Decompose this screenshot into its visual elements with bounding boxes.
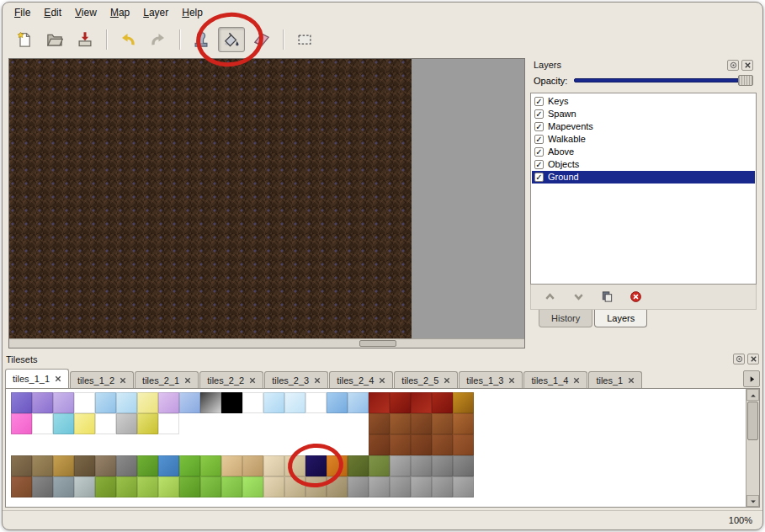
- tileset-tab-tiles_2_3[interactable]: tiles_2_3: [264, 371, 328, 388]
- tileset-tab-tiles_2_5[interactable]: tiles_2_5: [394, 371, 458, 388]
- tileset-tile[interactable]: [158, 455, 179, 476]
- tileset-tile[interactable]: [137, 392, 158, 413]
- tileset-tile[interactable]: [95, 476, 116, 497]
- tab-close-icon[interactable]: [508, 377, 515, 384]
- select-tool-button[interactable]: [291, 27, 318, 52]
- layers-panel-close-button[interactable]: [741, 60, 753, 71]
- tileset-tab-tiles_1_3[interactable]: tiles_1_3: [459, 371, 523, 388]
- save-button[interactable]: [72, 27, 98, 52]
- tileset-tab-tiles_1_2[interactable]: tiles_1_2: [70, 371, 134, 388]
- tileset-tile[interactable]: [263, 392, 284, 413]
- tileset-tile[interactable]: [390, 434, 411, 455]
- map-hscrollbar-thumb[interactable]: [359, 340, 396, 347]
- tileset-tile[interactable]: [369, 455, 390, 476]
- layer-visibility-checkbox[interactable]: ✓: [534, 122, 544, 131]
- tileset-tile[interactable]: [327, 392, 348, 413]
- tileset-tile[interactable]: [32, 455, 53, 476]
- tileset-tile[interactable]: [242, 455, 263, 476]
- tileset-tile[interactable]: [242, 476, 263, 497]
- layer-visibility-checkbox[interactable]: ✓: [534, 160, 544, 169]
- tileset-tab-tiles_2_2[interactable]: tiles_2_2: [199, 371, 263, 388]
- tileset-tile[interactable]: [11, 392, 32, 413]
- opacity-slider-track[interactable]: [574, 78, 753, 82]
- tab-close-icon[interactable]: [249, 377, 256, 384]
- tileset-tile[interactable]: [95, 413, 116, 434]
- tab-close-icon[interactable]: [55, 375, 61, 382]
- tileset-tile[interactable]: [453, 392, 474, 413]
- tileset-tile[interactable]: [453, 413, 474, 434]
- tileset-tile[interactable]: [305, 392, 327, 413]
- layer-visibility-checkbox[interactable]: ✓: [534, 109, 544, 119]
- tileset-tile[interactable]: [116, 476, 137, 497]
- map-viewport[interactable]: [9, 59, 524, 338]
- menu-view[interactable]: View: [68, 4, 104, 21]
- tileset-tile[interactable]: [74, 413, 95, 434]
- tileset-tile[interactable]: [11, 476, 32, 497]
- tileset-tile[interactable]: [200, 455, 221, 476]
- tileset-tab-tiles_1_4[interactable]: tiles_1_4: [523, 371, 587, 388]
- tileset-vscrollbar[interactable]: [746, 389, 759, 507]
- tileset-tile[interactable]: [53, 413, 74, 434]
- tileset-tile[interactable]: [263, 455, 284, 476]
- tileset-tile[interactable]: [369, 392, 390, 413]
- tileset-tile[interactable]: [390, 476, 411, 497]
- tilesets-panel-close-button[interactable]: [747, 354, 759, 364]
- tileset-tab-tiles_1[interactable]: tiles_1: [588, 371, 642, 388]
- tileset-tile[interactable]: [137, 476, 158, 497]
- tileset-tile[interactable]: [200, 476, 221, 497]
- tileset-tile[interactable]: [53, 392, 74, 413]
- tileset-tile[interactable]: [390, 413, 411, 434]
- tileset-tile[interactable]: [11, 455, 32, 476]
- tileset-tile[interactable]: [284, 455, 305, 476]
- layer-visibility-checkbox[interactable]: ✓: [534, 173, 544, 182]
- tileset-tile[interactable]: [137, 413, 158, 434]
- tileset-tab-tiles_2_1[interactable]: tiles_2_1: [135, 371, 199, 388]
- layer-row-ground[interactable]: ✓Ground: [532, 171, 755, 184]
- tileset-tile[interactable]: [179, 455, 200, 476]
- tileset-tile[interactable]: [432, 413, 453, 434]
- tileset-tabs-scroll-right-button[interactable]: [743, 370, 760, 387]
- layer-visibility-checkbox[interactable]: ✓: [534, 135, 544, 144]
- tab-close-icon[interactable]: [628, 377, 635, 384]
- tileset-tile[interactable]: [95, 455, 116, 476]
- tileset-tile[interactable]: [32, 476, 53, 497]
- tileset-tile[interactable]: [11, 413, 32, 434]
- tileset-tile[interactable]: [390, 455, 411, 476]
- tileset-tile[interactable]: [32, 413, 53, 434]
- menu-help[interactable]: Help: [175, 4, 210, 21]
- panel-tab-layers[interactable]: Layers: [594, 310, 647, 327]
- tileset-tile[interactable]: [200, 392, 221, 413]
- delete-layer-button[interactable]: [625, 287, 645, 306]
- tileset-vscrollbar-thumb[interactable]: [747, 402, 758, 440]
- tileset-tile[interactable]: [158, 392, 179, 413]
- layers-panel-float-button[interactable]: [727, 60, 739, 71]
- tileset-tile[interactable]: [453, 434, 474, 455]
- menu-edit[interactable]: Edit: [37, 4, 68, 21]
- tileset-tab-tiles_2_4[interactable]: tiles_2_4: [329, 371, 393, 388]
- layer-visibility-checkbox[interactable]: ✓: [534, 97, 544, 106]
- tileset-tile[interactable]: [284, 392, 305, 413]
- tileset-tile[interactable]: [453, 455, 474, 476]
- tilesets-panel-float-button[interactable]: [733, 354, 745, 364]
- opacity-slider[interactable]: [574, 75, 753, 87]
- layer-visibility-checkbox[interactable]: ✓: [534, 147, 544, 157]
- tileset-tile[interactable]: [74, 455, 95, 476]
- tileset-tile[interactable]: [305, 476, 327, 497]
- tab-close-icon[interactable]: [184, 377, 191, 384]
- open-button[interactable]: [41, 27, 68, 52]
- tileset-tile[interactable]: [348, 455, 369, 476]
- eraser-tool-button[interactable]: [248, 27, 275, 52]
- tileset-tile[interactable]: [327, 455, 348, 476]
- new-file-button[interactable]: [11, 27, 38, 52]
- menu-map[interactable]: Map: [104, 4, 136, 21]
- tileset-tile[interactable]: [305, 455, 327, 476]
- tileset-tile[interactable]: [221, 455, 242, 476]
- tab-close-icon[interactable]: [120, 377, 126, 384]
- scroll-up-button[interactable]: [746, 389, 759, 401]
- tileset-tile[interactable]: [95, 392, 116, 413]
- tileset-tile[interactable]: [221, 476, 242, 497]
- tileset-tile[interactable]: [432, 455, 453, 476]
- tileset-tile[interactable]: [432, 392, 453, 413]
- tileset-tile[interactable]: [411, 392, 432, 413]
- lower-layer-button[interactable]: [568, 287, 588, 306]
